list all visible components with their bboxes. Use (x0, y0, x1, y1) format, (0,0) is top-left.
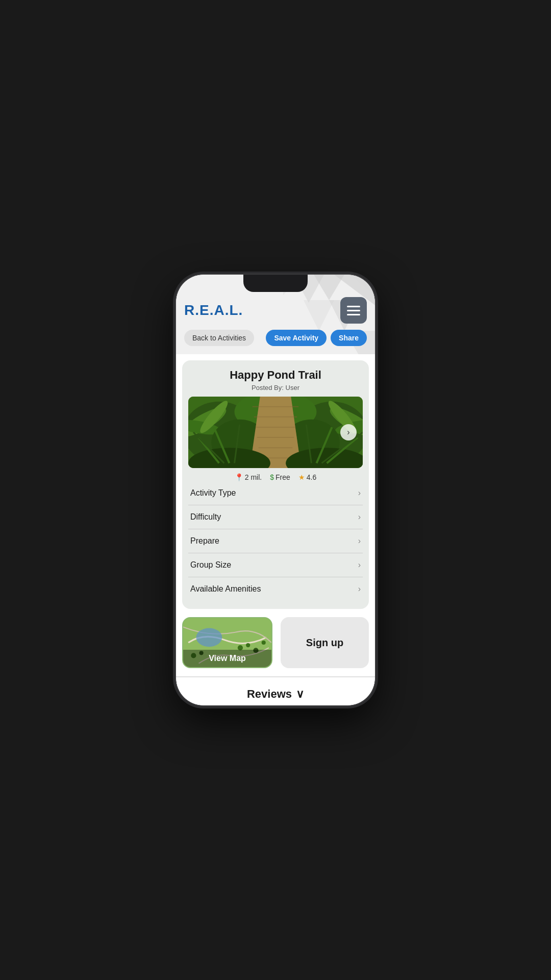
chevron-icon: › (358, 536, 361, 546)
menu-button[interactable] (340, 297, 367, 324)
reviews-section: Reviews ∨ (176, 676, 375, 705)
reviews-chevron-icon: ∨ (296, 688, 304, 701)
chevron-icon: › (358, 488, 361, 498)
activity-card: Happy Pond Trail Posted By: User (182, 360, 369, 609)
activity-title: Happy Pond Trail (182, 360, 369, 384)
svg-point-42 (246, 643, 250, 647)
map-label: View Map (183, 650, 271, 667)
signup-button[interactable]: Sign up (281, 617, 369, 668)
trail-image: › (188, 397, 363, 468)
group-size-row[interactable]: Group Size › (188, 553, 363, 577)
difficulty-row[interactable]: Difficulty › (188, 505, 363, 529)
reviews-label: Reviews (247, 688, 292, 701)
svg-point-44 (262, 641, 266, 645)
info-rows: Activity Type › Difficulty › Prepare › G… (188, 481, 363, 601)
bottom-actions: View Map Sign up (182, 617, 369, 668)
app-logo: R.E.A.L. (184, 302, 243, 318)
share-button[interactable]: Share (331, 330, 367, 346)
save-activity-button[interactable]: Save Activity (266, 330, 327, 346)
rating-stat: 4.6 (307, 473, 316, 481)
chevron-icon: › (358, 584, 361, 594)
chevron-icon: › (358, 560, 361, 570)
posted-by: Posted By: User (182, 384, 369, 391)
next-arrow[interactable]: › (340, 424, 357, 440)
view-map-button[interactable]: View Map (182, 617, 272, 668)
amenities-row[interactable]: Available Amenities › (188, 577, 363, 601)
cost-stat: Free (276, 473, 290, 481)
reviews-toggle[interactable]: Reviews ∨ (186, 688, 365, 701)
svg-point-40 (196, 628, 222, 647)
back-button[interactable]: Back to Activities (184, 330, 254, 346)
distance-stat: 2 mil. (245, 473, 262, 481)
chevron-icon: › (358, 512, 361, 522)
prepare-row[interactable]: Prepare › (188, 529, 363, 553)
trail-stats: 📍 2 mil. $ Free ★ 4.6 (182, 468, 369, 481)
activity-type-row[interactable]: Activity Type › (188, 481, 363, 505)
